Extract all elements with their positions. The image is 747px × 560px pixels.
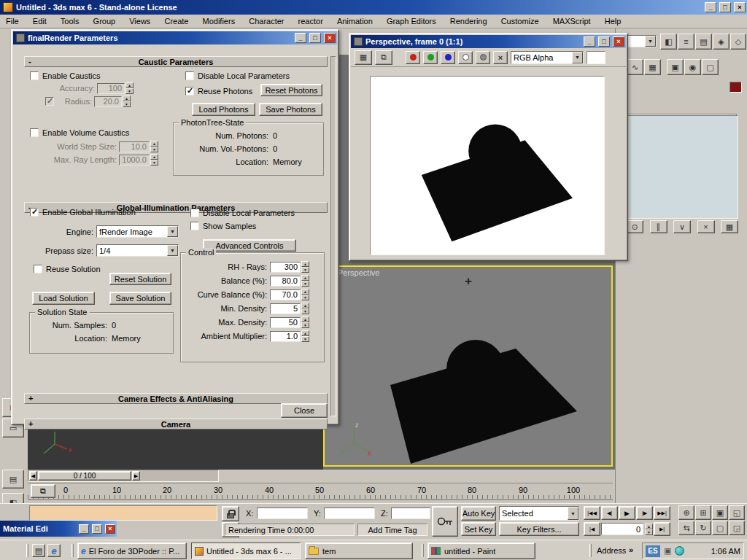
address-chevron[interactable]: » xyxy=(629,545,633,554)
enable-volume-caustics-checkbox[interactable]: Enable Volume Caustics xyxy=(30,128,129,137)
advanced-controls-button[interactable]: Advanced Controls xyxy=(203,239,296,252)
red-channel-icon[interactable] xyxy=(406,51,420,64)
color-swatch[interactable] xyxy=(729,82,742,93)
rollout-scrollbar[interactable] xyxy=(330,56,336,416)
set-key-button[interactable]: Set Key xyxy=(461,522,496,536)
zoom-extents-icon[interactable]: ▣ xyxy=(712,505,728,520)
key-filters-button[interactable]: Key Filters... xyxy=(499,522,579,536)
enable-caustics-checkbox[interactable]: Enable Caustics xyxy=(30,71,101,80)
gi-disable-local-parameters-checkbox[interactable]: Disable Local Parameters xyxy=(190,209,295,217)
menu-item-group[interactable]: Group xyxy=(88,15,122,28)
ambient-multiplier-field[interactable]: 1.0 xyxy=(270,331,301,342)
arc-rotate-icon[interactable]: ↻ xyxy=(695,521,711,535)
zoom-region-icon[interactable]: ◱ xyxy=(729,505,745,520)
mirror-icon[interactable]: ◧ xyxy=(660,34,677,50)
zoom-icon[interactable]: ⊕ xyxy=(678,505,694,520)
align-icon[interactable]: ≡ xyxy=(678,34,694,50)
minimize-button[interactable]: _ xyxy=(705,2,716,12)
title-bar[interactable]: Untitled - 3ds max 6 - Stand-alone Licen… xyxy=(0,0,747,15)
rollout-camera-effects[interactable]: + Camera Effects & AntiAliasing xyxy=(24,393,328,404)
taskbar-grip[interactable] xyxy=(71,544,74,557)
show-end-result-icon[interactable]: ∥ xyxy=(650,220,667,233)
messenger-tray-icon[interactable] xyxy=(675,546,684,556)
radius-field[interactable]: 20.0 xyxy=(94,96,122,107)
play-button[interactable]: ▶ xyxy=(619,506,635,520)
render-window-titlebar[interactable]: Perspective, frame 0 (1:1) _ □ × xyxy=(351,35,626,48)
layer-manager-icon[interactable]: ▤ xyxy=(695,34,712,50)
y-coordinate-field[interactable] xyxy=(324,508,375,519)
ambient-multiplier-spinner[interactable]: ▲▼ xyxy=(301,330,309,342)
taskbar-button-paint[interactable]: untitled - Paint xyxy=(427,542,535,559)
frame-spinner[interactable]: ▲▼ xyxy=(645,524,653,535)
curve-editor-icon[interactable]: ∿ xyxy=(627,59,643,75)
open-mini-track-view-button[interactable]: ⧉ xyxy=(31,484,55,498)
reuse-solution-checkbox[interactable]: Reuse Solution xyxy=(34,265,101,273)
max-ray-spinner[interactable]: ▲▼ xyxy=(150,154,158,166)
close-dialog-button[interactable]: Close xyxy=(281,403,328,418)
disable-local-parameters-checkbox[interactable]: Disable Local Parameters xyxy=(185,71,290,80)
previous-key-button[interactable]: ◀| xyxy=(601,506,618,520)
taskbar-button-3dsmax[interactable]: Untitled - 3ds max 6 - ... xyxy=(191,542,301,559)
pin-stack-icon[interactable]: ⊙ xyxy=(626,220,643,233)
dialog-minimize-button[interactable]: _ xyxy=(295,33,306,43)
min-density-spinner[interactable]: ▲▼ xyxy=(301,303,309,314)
left-toolbar-table-icon[interactable]: ▤ xyxy=(2,470,24,489)
z-coordinate-field[interactable] xyxy=(391,508,430,519)
menu-item-graph-editors[interactable]: Graph Editors xyxy=(381,15,442,28)
material-maximize-button[interactable]: □ xyxy=(92,524,102,534)
render-scene-icon[interactable]: ▣ xyxy=(667,59,684,75)
selection-set-filter-dropdown[interactable]: Selected ▼ xyxy=(499,506,579,521)
set-key-mode-button[interactable] xyxy=(432,506,458,537)
taskbar-grip[interactable] xyxy=(422,544,424,557)
dialog-titlebar[interactable]: finalRender Parameters _ □ × xyxy=(13,31,337,44)
x-coordinate-field[interactable] xyxy=(257,508,308,519)
close-button[interactable]: × xyxy=(734,2,746,12)
taskbar-button-browser[interactable]: e El Foro de 3DPoder :: P... xyxy=(77,542,187,559)
dialog-maximize-button[interactable]: □ xyxy=(309,33,321,43)
clear-icon[interactable]: × xyxy=(493,51,508,64)
taskbar-grip[interactable] xyxy=(26,544,28,557)
menu-item-maxscript[interactable]: MAXScript xyxy=(547,15,597,28)
alpha-channel-icon[interactable] xyxy=(476,51,490,64)
rh-rays-spinner[interactable]: ▲▼ xyxy=(301,261,309,273)
quicklaunch-ie-icon[interactable]: e xyxy=(47,544,61,557)
menu-item-rendering[interactable]: Rendering xyxy=(444,15,493,28)
material-close-button[interactable]: × xyxy=(105,524,115,534)
background-color-swatch[interactable] xyxy=(587,51,605,64)
maximize-viewport-icon[interactable]: ▢ xyxy=(712,521,728,535)
taskbar-grip[interactable] xyxy=(589,544,592,557)
tray-icon[interactable]: ▣ xyxy=(664,546,671,556)
reset-solution-button[interactable]: Reset Solution xyxy=(109,273,171,285)
max-ray-field[interactable]: 1000.0 xyxy=(119,155,150,166)
curve-balance-field[interactable]: 70.0 xyxy=(270,289,301,300)
chevron-down-icon[interactable]: ▼ xyxy=(568,507,578,520)
max-density-field[interactable]: 50 xyxy=(270,317,301,328)
accuracy-field[interactable]: 100 xyxy=(97,83,125,94)
channel-display-dropdown[interactable]: RGB Alpha ▼ xyxy=(511,51,584,64)
material-minimize-button[interactable]: _ xyxy=(79,524,89,534)
zoom-region-alt-icon[interactable]: ◲ xyxy=(729,521,745,535)
zoom-all-icon[interactable]: ⊞ xyxy=(695,505,711,520)
render-last-icon[interactable]: ▢ xyxy=(702,59,719,75)
menu-item-reactor[interactable]: reactor xyxy=(293,15,329,28)
menu-item-customize[interactable]: Customize xyxy=(495,15,545,28)
radius-checkbox[interactable] xyxy=(45,97,54,106)
balance-field[interactable]: 80.0 xyxy=(270,276,301,287)
menu-item-character[interactable]: Character xyxy=(243,15,290,28)
maximize-button[interactable]: □ xyxy=(719,2,731,12)
menu-item-file[interactable]: File xyxy=(0,15,25,28)
enable-global-illumination-checkbox[interactable]: Enable Global Illumination xyxy=(30,208,136,217)
auto-key-button[interactable]: Auto Key xyxy=(461,506,496,521)
perspective-viewport[interactable]: Perspective + z x xyxy=(323,265,613,467)
menu-item-create[interactable]: Create xyxy=(158,15,194,28)
modifier-stack-list[interactable] xyxy=(626,115,738,219)
menu-item-animation[interactable]: Animation xyxy=(331,15,379,28)
chevron-down-icon[interactable]: ▼ xyxy=(167,226,178,237)
make-unique-icon[interactable]: ∨ xyxy=(673,220,691,233)
go-to-start-button[interactable]: |◀◀ xyxy=(584,506,600,520)
schematic-view-icon[interactable]: ▦ xyxy=(644,59,661,75)
prepass-size-dropdown[interactable]: 1/4 ▼ xyxy=(96,244,179,257)
radius-spinner[interactable]: ▲▼ xyxy=(123,96,131,107)
monochrome-channel-icon[interactable] xyxy=(458,51,473,64)
rollout-camera[interactable]: + Camera xyxy=(24,419,328,429)
